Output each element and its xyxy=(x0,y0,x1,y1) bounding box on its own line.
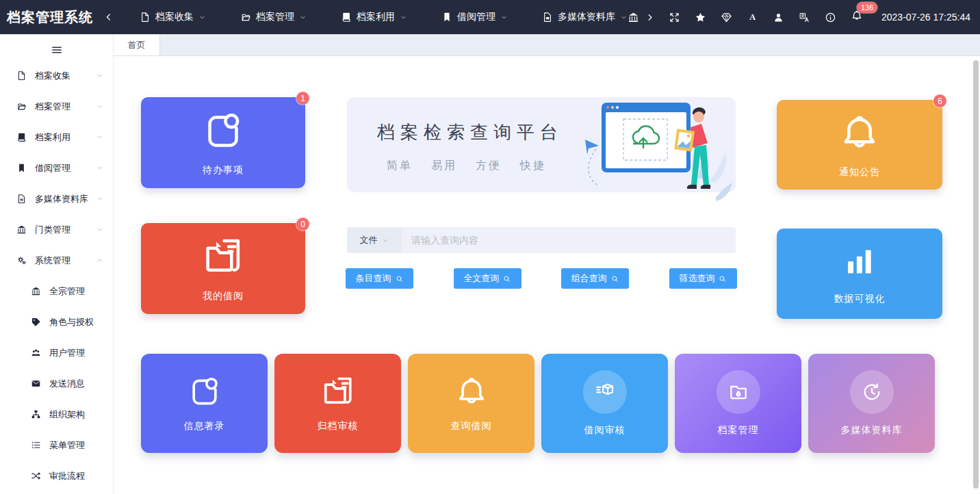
shortcut-card-归档审核[interactable]: 归档审核 xyxy=(274,354,401,453)
sidebar-menu: 档案收集档案管理档案利用借阅管理多媒体资料库门类管理系统管理全宗管理角色与授权用… xyxy=(0,60,113,491)
cogs-icon xyxy=(16,255,27,265)
star-icon[interactable] xyxy=(695,12,706,23)
shortcut-card-信息著录[interactable]: 信息著录 xyxy=(141,354,268,453)
sidebar-subitem-用户管理[interactable]: 用户管理 xyxy=(0,337,113,368)
sidebar-item-系统管理[interactable]: 系统管理 xyxy=(0,245,113,276)
shortcut-card-查询借阅[interactable]: 查询借阅 xyxy=(408,354,534,453)
user-icon[interactable] xyxy=(773,12,784,23)
clipboard-icon xyxy=(187,374,222,410)
bar-chart-icon xyxy=(840,242,879,282)
chevron-down-icon xyxy=(382,237,389,244)
shortcut-card-label: 归档审核 xyxy=(318,420,359,432)
list-icon xyxy=(31,440,41,450)
sitemap-icon xyxy=(31,409,41,419)
folder-doc-icon xyxy=(320,374,356,410)
todo-card[interactable]: 待办事项 1 xyxy=(141,97,305,188)
query-button-组合查询[interactable]: 组合查询 xyxy=(561,268,629,289)
sidebar-subitem-label: 组织架构 xyxy=(49,408,85,421)
nav-item-档案收集[interactable]: 档案收集 xyxy=(140,11,206,23)
file-media-icon xyxy=(542,12,553,23)
query-button-筛选查询[interactable]: 筛选查询 xyxy=(669,268,737,289)
nav-item-档案管理[interactable]: 档案管理 xyxy=(240,11,307,23)
chevron-down-icon xyxy=(96,133,103,141)
bank-icon xyxy=(16,224,27,235)
bank-icon[interactable] xyxy=(628,12,639,23)
shortcut-card-label: 查询借阅 xyxy=(451,420,492,432)
my-borrow-card[interactable]: 我的借阅 0 xyxy=(141,223,305,314)
banner-subtitle-word: 快捷 xyxy=(520,159,546,173)
shortcut-card-多媒体资料库[interactable]: 多媒体资料库 xyxy=(808,354,935,453)
query-button-label: 组合查询 xyxy=(571,272,607,285)
file-media-icon xyxy=(16,194,27,204)
sidebar-item-借阅管理[interactable]: 借阅管理 xyxy=(0,153,113,183)
banner-subtitle-word: 方便 xyxy=(476,159,502,173)
shortcut-card-label: 信息著录 xyxy=(184,420,225,432)
collapse-menu-icon[interactable] xyxy=(104,12,114,22)
nav-item-档案利用[interactable]: 档案利用 xyxy=(341,11,407,23)
sidebar-item-label: 档案收集 xyxy=(35,70,70,82)
notifications-button[interactable]: 136 xyxy=(851,10,863,25)
chevron-down-icon xyxy=(299,14,307,21)
chevron-down-icon xyxy=(96,103,103,110)
sidebar-subitem-label: 发送消息 xyxy=(49,378,85,390)
scrollbar[interactable] xyxy=(973,60,979,489)
sidebar-item-档案收集[interactable]: 档案收集 xyxy=(0,60,113,91)
envelope-icon xyxy=(31,378,41,389)
sidebar-subitem-角色与授权[interactable]: 角色与授权 xyxy=(0,307,113,337)
sidebar-subitem-label: 角色与授权 xyxy=(49,316,94,328)
sidebar-subitem-全宗管理[interactable]: 全宗管理 xyxy=(0,276,113,307)
translate-icon[interactable] xyxy=(799,12,810,23)
query-button-label: 全文查询 xyxy=(463,272,499,285)
cube-icon xyxy=(594,381,616,403)
chevron-down-icon xyxy=(96,226,103,233)
shortcut-card-档案管理[interactable]: 档案管理 xyxy=(675,354,801,453)
shortcut-icon-circle xyxy=(717,370,760,414)
search-icon xyxy=(395,274,404,283)
clipboard-icon xyxy=(201,109,245,153)
bookmark-icon xyxy=(16,163,27,173)
tag-icon xyxy=(31,317,41,327)
bank-icon xyxy=(31,286,41,296)
sidebar-item-多媒体资料库[interactable]: 多媒体资料库 xyxy=(0,183,113,214)
shortcut-card-label: 多媒体资料库 xyxy=(841,424,903,437)
shuffle-icon xyxy=(31,471,41,481)
notice-card[interactable]: 通知公告 6 xyxy=(777,100,942,190)
chevron-down-icon xyxy=(96,195,104,203)
search-icon xyxy=(718,274,727,283)
banner-title: 档案检索查询平台 xyxy=(377,120,563,144)
query-button-全文查询[interactable]: 全文查询 xyxy=(454,268,521,289)
folder-open-icon xyxy=(16,101,27,112)
sidebar-subitem-审批流程[interactable]: 审批流程 xyxy=(0,460,113,491)
sidebar-item-档案管理[interactable]: 档案管理 xyxy=(0,91,113,122)
nav-item-借阅管理[interactable]: 借阅管理 xyxy=(441,11,508,23)
my-borrow-card-label: 我的借阅 xyxy=(203,290,244,302)
search-category-select[interactable]: 文件 xyxy=(347,227,402,253)
nav-item-label: 档案收集 xyxy=(155,11,194,23)
sidebar-subitem-组织架构[interactable]: 组织架构 xyxy=(0,399,113,430)
query-button-条目查询[interactable]: 条目查询 xyxy=(346,268,413,289)
content: 待办事项 1 通知公告 6 我的借阅 0 数据可视化 档案检索查询平台 简单易用… xyxy=(114,56,980,494)
query-button-label: 筛选查询 xyxy=(679,272,714,285)
sidebar-subitem-菜单管理[interactable]: 菜单管理 xyxy=(0,430,113,460)
sidebar-item-门类管理[interactable]: 门类管理 xyxy=(0,214,113,245)
shortcut-card-借阅审核[interactable]: 借阅审核 xyxy=(541,354,668,453)
sidebar-toggle-button[interactable] xyxy=(0,40,113,60)
nav-item-多媒体资料库[interactable]: 多媒体资料库 xyxy=(542,11,628,23)
info-icon[interactable] xyxy=(825,12,836,23)
folder-open-icon xyxy=(240,12,251,23)
sidebar-item-档案利用[interactable]: 档案利用 xyxy=(0,122,113,153)
banner-subtitle-word: 简单 xyxy=(387,159,413,173)
search-input[interactable] xyxy=(402,227,736,253)
nav-item-label: 多媒体资料库 xyxy=(558,11,615,23)
sidebar-item-label: 档案管理 xyxy=(35,101,70,113)
banner-subtitle: 简单易用方便快捷 xyxy=(387,159,546,173)
gem-icon[interactable] xyxy=(721,12,732,23)
chevron-right-icon[interactable] xyxy=(645,13,654,22)
search-platform-banner: 档案检索查询平台 简单易用方便快捷 xyxy=(347,97,736,192)
data-viz-card[interactable]: 数据可视化 xyxy=(777,229,942,319)
letter-a-icon[interactable]: A xyxy=(747,12,758,23)
book-icon xyxy=(16,132,27,142)
tab-home[interactable]: 首页 xyxy=(114,34,160,55)
sidebar-subitem-发送消息[interactable]: 发送消息 xyxy=(0,368,113,399)
fullscreen-icon[interactable] xyxy=(669,12,680,23)
